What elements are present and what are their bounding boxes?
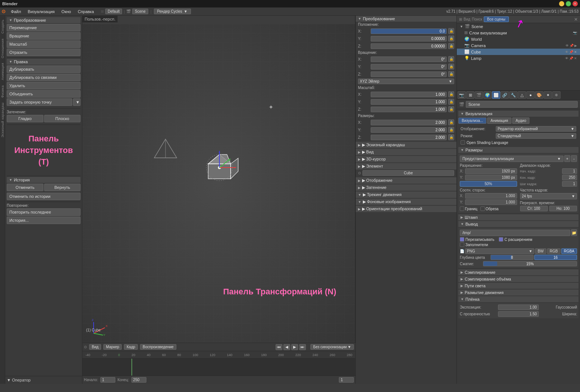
props-tab-physics[interactable]: ⚛	[552, 91, 561, 99]
sizes-title[interactable]: Размеры	[458, 147, 579, 153]
mirror-button[interactable]: Отразить	[7, 49, 81, 56]
depth-field-8[interactable]: 8	[491, 255, 534, 260]
motion-blur-section[interactable]: ▶ Размытие движения	[458, 290, 579, 295]
repeat-last-button[interactable]: Повторить последнее	[7, 208, 81, 216]
view-section[interactable]: ▶ ▶ Вид	[356, 149, 456, 155]
menu-render[interactable]: Визуализация	[25, 9, 58, 15]
dim-y-field[interactable]: 2.000	[371, 127, 447, 133]
output-title[interactable]: Вывод	[458, 221, 579, 227]
rot-y-field[interactable]: 0°	[371, 64, 447, 70]
scale-y-field[interactable]: 1.000	[371, 99, 447, 105]
light-paths-section[interactable]: ▶ Пути света	[458, 283, 579, 289]
rot-y-lock[interactable]: 🔒	[448, 64, 454, 70]
end-frame-input[interactable]	[131, 377, 146, 383]
menu-window[interactable]: Окно	[58, 9, 74, 15]
tl-view-btn[interactable]: Вид	[89, 344, 101, 350]
dim-z-lock[interactable]: 🔒	[448, 134, 454, 140]
play-btn[interactable]: ▶	[291, 344, 298, 350]
stamp-section[interactable]: ▶ Штамп	[458, 214, 579, 220]
n-transform-title[interactable]: Преобразование	[356, 16, 456, 22]
res-x-field[interactable]: 1920 px	[465, 168, 517, 174]
tab-create[interactable]: Создать	[1, 17, 4, 36]
render-tab-anim[interactable]: Анимация	[487, 117, 511, 124]
cursor-section[interactable]: ▶ ▶ 3D-курсор	[356, 156, 456, 162]
minimize-button[interactable]: _	[559, 1, 564, 6]
undo-history-button[interactable]: Отменить по истории	[7, 193, 81, 200]
output-browse-btn[interactable]: 📁	[571, 229, 577, 236]
dim-z-field[interactable]: 2.000	[371, 135, 447, 140]
rot-z-lock[interactable]: 🔒	[448, 71, 454, 77]
tl-frame-btn[interactable]: Кадр	[124, 344, 138, 350]
bw-btn[interactable]: BW	[535, 248, 546, 254]
rgb-btn[interactable]: RGB	[547, 248, 561, 254]
end-frame-field[interactable]: 250	[562, 175, 577, 180]
grease-pencil-section[interactable]: ▶ ▶ Эскизный карандаш	[356, 142, 456, 148]
render-engine-selector[interactable]: Рендер Cycles ▼	[154, 9, 191, 14]
tl-marker-btn[interactable]: Маркер	[103, 344, 122, 350]
viz-title[interactable]: Визуализация	[458, 111, 579, 117]
tl-icon[interactable]: ⊙	[84, 345, 87, 349]
outliner-view-btn[interactable]: Вид	[464, 17, 470, 21]
tab-physics[interactable]: Физика	[1, 83, 4, 100]
fps-selector[interactable]: 24 fps ▼	[520, 193, 577, 199]
res-percent-field[interactable]: 50%	[460, 181, 517, 187]
sampling-section[interactable]: ▶ Сэмплирование	[458, 269, 579, 275]
duplicate-linked-button[interactable]: Дублировать со связями	[7, 74, 81, 81]
motion-section[interactable]: ▼ ▶ Трекинг движения	[356, 192, 456, 198]
delete-button[interactable]: Удалить	[7, 82, 81, 89]
menu-help[interactable]: Справка	[75, 9, 97, 15]
preset-rem-btn[interactable]: -	[571, 155, 577, 162]
rotate-button[interactable]: Вращение	[7, 32, 81, 40]
transform-orient-section[interactable]: ▶ ▶ Ориентации преобразований	[356, 206, 456, 212]
extension-checkbox[interactable]	[499, 237, 503, 242]
mode-selector[interactable]: Стандартный ▼	[496, 133, 576, 139]
props-tab-object[interactable]: ⬜	[492, 91, 500, 99]
outliner-cube[interactable]: ⬜ Cube 👁 📌 ✕	[457, 49, 580, 55]
props-tab-rl[interactable]: ⊞	[466, 91, 474, 99]
pos-z-field[interactable]: 0.00000	[371, 43, 447, 49]
props-tab-constraint[interactable]: 🔗	[501, 91, 509, 99]
play-back-btn[interactable]: ◀	[283, 344, 290, 350]
scale-z-lock[interactable]: 🔒	[448, 106, 454, 112]
outliner-camera[interactable]: 📷 Camera 👁 📌 ▶	[457, 42, 580, 49]
join-button[interactable]: Объединить	[7, 90, 81, 98]
props-tab-scene[interactable]: 🎬	[475, 91, 483, 99]
skip-start-btn[interactable]: ⏮	[276, 344, 282, 350]
bg-section[interactable]: ▼ ▶ Фоновые изображения	[356, 199, 456, 205]
outliner-world[interactable]: 🌍 World	[457, 36, 580, 42]
flat-button[interactable]: Плоско	[44, 115, 81, 122]
outliner-search-btn[interactable]: Поиск	[472, 17, 482, 21]
repeat-history-button[interactable]: История...	[7, 217, 81, 224]
close-button[interactable]: ✕	[573, 1, 578, 6]
remap-st-field[interactable]: Ст: 100	[520, 206, 548, 211]
smooth-button[interactable]: Гладко	[7, 115, 43, 122]
crop-checkbox[interactable]	[480, 206, 485, 211]
placeholders-checkbox[interactable]	[460, 242, 464, 247]
pos-z-lock[interactable]: 🔒	[448, 43, 454, 49]
scale-x-field[interactable]: 1.000	[371, 92, 447, 97]
skip-end-btn[interactable]: ⏭	[299, 344, 306, 350]
props-tab-data[interactable]: △	[518, 91, 526, 99]
pivot-dropdown[interactable]: ▼	[73, 98, 81, 106]
border-checkbox[interactable]	[460, 206, 464, 211]
render-tab-audio[interactable]: Аудио	[512, 117, 529, 124]
display-selector[interactable]: Редактор изображений ▼	[496, 126, 576, 132]
props-tab-modifier[interactable]: 🔧	[509, 91, 517, 99]
render-tab-viz[interactable]: Визуализа...	[458, 117, 486, 124]
osl-checkbox[interactable]	[461, 140, 465, 145]
scene-name-field[interactable]: Scene	[466, 101, 578, 108]
dim-y-lock[interactable]: 🔒	[448, 127, 454, 133]
exposure-field[interactable]: 1.00	[498, 304, 538, 310]
display-section[interactable]: ▶ ▶ Отображение	[356, 177, 456, 184]
pos-y-lock[interactable]: 🔒	[448, 36, 454, 42]
props-tab-material[interactable]: ●	[526, 91, 535, 99]
aspect-x-field[interactable]: 1.000	[465, 193, 517, 199]
props-tab-texture[interactable]: 🎨	[535, 91, 543, 99]
menu-file[interactable]: Файл	[8, 9, 24, 15]
current-frame-input[interactable]	[339, 377, 354, 383]
scene-selector[interactable]: Scene	[132, 9, 148, 14]
width-field[interactable]: 1.50	[498, 311, 538, 317]
aspect-y-field[interactable]: 1.000	[465, 199, 517, 205]
cube-object[interactable]	[197, 145, 242, 187]
duplicate-button[interactable]: Дублировать	[7, 65, 81, 73]
